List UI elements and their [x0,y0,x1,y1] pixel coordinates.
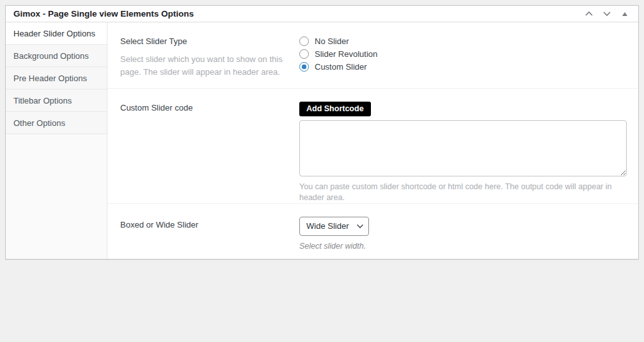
slider-type-control-cell: No Slider Slider Revolution Custom Slide… [299,22,638,88]
tab-panel-header-slider-options: Select Slider Type Select slider which y… [107,22,638,259]
metabox-title: Gimox - Page Single view Elements Option… [13,10,194,19]
custom-code-control-cell: Add Shortcode You can paste custom slide… [299,89,638,203]
move-down-button[interactable] [601,8,613,20]
radio-label: Custom Slider [315,62,367,72]
slider-width-control-cell: Wide Slider Select slider width. [299,204,638,259]
metabox-header: Gimox - Page Single view Elements Option… [6,6,638,22]
custom-slider-code-label: Custom Slider code [120,103,287,114]
tab-header-slider-options[interactable]: Header Slider Options [6,22,107,45]
no-slider-radio[interactable] [299,36,309,46]
slider-type-description: Select slider which you want to show on … [120,53,287,79]
metabox-gimox-options: Gimox - Page Single view Elements Option… [5,5,639,260]
custom-code-label-cell: Custom Slider code [107,89,299,203]
field-row-slider-width: Boxed or Wide Slider Wide Slider Select … [107,204,638,259]
tab-label: Pre Header Options [13,74,87,83]
custom-slider-radio[interactable] [299,62,309,72]
options-tab-sidebar: Header Slider Options Background Options… [6,22,107,259]
radio-option-no-slider[interactable]: No Slider [299,36,627,46]
custom-slider-code-textarea[interactable] [299,120,627,176]
tab-titlebar-options[interactable]: Titlebar Options [6,89,107,112]
chevron-down-icon [602,11,611,17]
slider-width-select-wrap: Wide Slider [299,217,369,236]
field-row-custom-slider-code: Custom Slider code Add Shortcode You can… [107,89,638,204]
metabox-body: Header Slider Options Background Options… [6,22,638,259]
add-shortcode-button[interactable]: Add Shortcode [299,102,371,116]
tab-label: Header Slider Options [13,29,95,38]
slider-type-label-cell: Select Slider Type Select slider which y… [107,22,299,88]
slider-width-label-cell: Boxed or Wide Slider [107,204,299,259]
field-row-slider-type: Select Slider Type Select slider which y… [107,22,638,89]
slider-width-label: Boxed or Wide Slider [120,220,287,231]
tab-label: Titlebar Options [13,96,72,105]
slider-width-select[interactable]: Wide Slider [299,217,369,236]
slider-revolution-radio[interactable] [299,49,309,59]
move-up-button[interactable] [583,8,595,20]
radio-option-custom-slider[interactable]: Custom Slider [299,62,627,72]
tab-label: Background Options [13,51,89,61]
radio-label: No Slider [315,36,349,46]
tab-other-options[interactable]: Other Options [6,112,107,134]
slider-type-label: Select Slider Type [120,36,287,47]
tab-label: Other Options [13,118,65,128]
custom-slider-code-helper: You can paste custom slider shortcode or… [299,182,627,204]
toggle-panel-button[interactable] [619,8,631,20]
tab-background-options[interactable]: Background Options [6,45,107,67]
chevron-up-icon [585,11,593,17]
radio-label: Slider Revolution [315,49,377,59]
metabox-handle-actions [583,8,631,20]
triangle-up-icon [622,12,627,16]
radio-option-slider-revolution[interactable]: Slider Revolution [299,49,627,59]
tab-pre-header-options[interactable]: Pre Header Options [6,67,107,89]
slider-width-hint: Select slider width. [299,242,627,251]
